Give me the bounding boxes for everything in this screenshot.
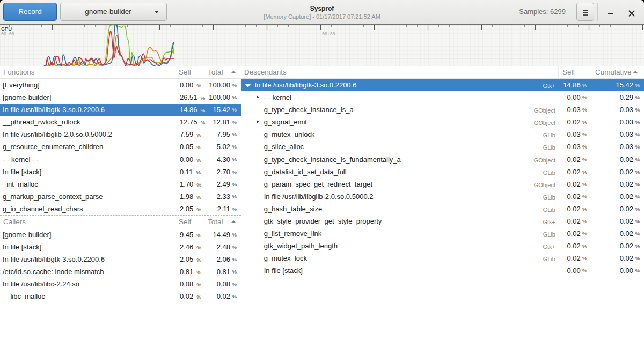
svg-text:00:30: 00:30	[322, 32, 335, 37]
svg-text:CPU: CPU	[1, 26, 12, 32]
svg-text:00:00: 00:00	[1, 32, 14, 37]
